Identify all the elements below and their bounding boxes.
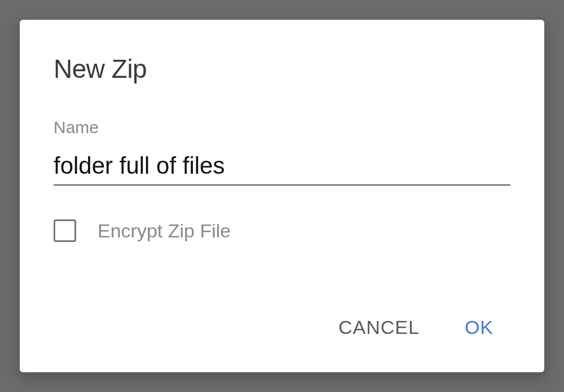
encrypt-checkbox[interactable] bbox=[54, 219, 76, 242]
ok-button[interactable]: OK bbox=[465, 316, 493, 338]
encrypt-row: Encrypt Zip File bbox=[54, 219, 510, 242]
new-zip-dialog: New Zip Name Encrypt Zip File CANCEL OK bbox=[20, 20, 544, 372]
name-field-group: Name bbox=[54, 118, 510, 186]
name-label: Name bbox=[54, 118, 510, 137]
dialog-title: New Zip bbox=[54, 54, 510, 84]
encrypt-label[interactable]: Encrypt Zip File bbox=[98, 220, 231, 242]
dialog-button-row: CANCEL OK bbox=[54, 316, 510, 350]
name-input[interactable] bbox=[54, 149, 510, 186]
cancel-button[interactable]: CANCEL bbox=[338, 316, 420, 338]
